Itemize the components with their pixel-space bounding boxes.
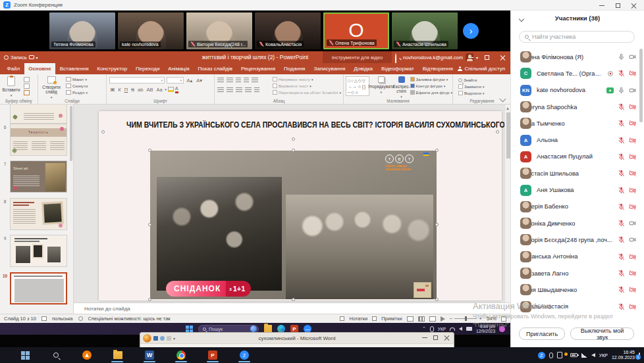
video-tile[interactable]: Анастасія Шпильова [392, 12, 458, 49]
format-painter-icon[interactable] [24, 90, 30, 95]
battery-icon[interactable] [570, 353, 577, 357]
word-window[interactable]: ▾ сухомлинський - Microsoft Word [140, 332, 454, 348]
shapes-gallery[interactable]: □○△◇▽ →↔☆{} ~◇☆ [346, 76, 369, 96]
mic-off-icon[interactable] [618, 303, 625, 310]
word-minimize-button[interactable] [419, 333, 430, 342]
selection-handle[interactable] [148, 298, 151, 301]
zoom-level[interactable]: 54% [487, 316, 496, 322]
share-button[interactable]: Спільний доступ [458, 63, 505, 74]
bullet-list-icon[interactable] [217, 78, 224, 82]
participant-row[interactable]: Валерія Бабенко [511, 199, 644, 215]
mic-off-icon[interactable] [618, 187, 625, 194]
align-center-icon[interactable] [227, 87, 233, 92]
participant-row[interactable]: Женя Швыдавченко [511, 281, 644, 298]
shape-effects-button[interactable]: Ефекти для фігур▾ [410, 90, 452, 95]
slideshow-button[interactable] [441, 316, 445, 322]
word-titlebar[interactable]: ▾ сухомлинський - Microsoft Word [140, 333, 454, 343]
word-close-button[interactable] [441, 333, 452, 342]
language-indicator[interactable]: польська [52, 316, 73, 322]
reset-button[interactable]: Скинути [66, 84, 88, 88]
italic-button[interactable]: К [117, 87, 122, 93]
mic-off-icon[interactable] [618, 220, 625, 227]
mic-off-icon[interactable] [618, 236, 625, 243]
avast-icon[interactable] [82, 350, 92, 360]
char-spacing-button[interactable]: АВ [146, 87, 154, 93]
maximize-button[interactable] [610, 0, 626, 11]
participant-row[interactable]: Тетяна Філімонова (Я) [511, 49, 644, 65]
participant-row[interactable]: Вікторія Бєсєда(248 група ,поч... [511, 231, 644, 248]
word-maximize-button[interactable] [430, 333, 441, 342]
mic-off-icon[interactable] [618, 103, 625, 110]
slide-sorter-button[interactable] [418, 316, 425, 322]
tab-довідка[interactable]: Довідка [350, 63, 377, 74]
mic-off-icon[interactable] [618, 286, 625, 293]
reading-view-button[interactable] [429, 316, 436, 322]
tab-показ-слайдів[interactable]: Показ слайдів [194, 63, 236, 74]
video-tile[interactable]: kate novhorodova [118, 12, 184, 49]
participant-row[interactable]: Думанська Антоніна [511, 249, 644, 265]
camera-off-icon[interactable] [629, 153, 636, 160]
strikethrough-button[interactable]: S [130, 87, 136, 93]
highlight-color-button[interactable] [168, 87, 174, 92]
selection-handle[interactable] [292, 298, 295, 301]
notes-area[interactable]: Нотатки до слайда [74, 302, 510, 314]
participant-row[interactable]: ААльона [511, 132, 644, 148]
wifi-icon[interactable] [450, 327, 455, 331]
font-size-combo[interactable]: ▾ [167, 77, 184, 84]
notes-toggle[interactable]: Нотатки [349, 316, 367, 322]
contextual-tab-відеоформат[interactable]: Відеоформат [377, 63, 419, 74]
font-name-combo[interactable]: ▾ [109, 77, 165, 84]
slide-thumbnail-6[interactable]: Творчість [10, 124, 67, 156]
mic-off-icon[interactable] [618, 70, 625, 77]
notes-toggle-icon[interactable] [340, 316, 344, 321]
zoom-tray-icon[interactable]: Z [538, 352, 545, 359]
mic-tray-icon[interactable] [430, 326, 434, 332]
camera-off-icon[interactable] [629, 187, 636, 194]
titlebox-handle[interactable] [496, 130, 499, 133]
thumbnail-scrollbar[interactable] [70, 106, 72, 161]
usb-tray-icon[interactable] [557, 352, 562, 358]
rotation-handle[interactable] [292, 137, 295, 141]
change-case-button[interactable]: Аа [155, 87, 163, 93]
video-tile[interactable]: Вікторія Бєсєда(248 г... [186, 12, 252, 49]
paste-button[interactable]: Вставити ▾ [0, 74, 22, 97]
slide-video-frame[interactable]: т е т Світло завждиперемагає морок! СНІД… [150, 151, 437, 299]
section-button[interactable]: Розділ▾ [66, 90, 88, 95]
camera-off-icon[interactable] [629, 286, 636, 293]
align-text-button[interactable]: Вирівняти текст▾ [273, 84, 341, 88]
mic-off-icon[interactable] [618, 153, 625, 160]
tab-основне[interactable]: Основне [24, 63, 56, 74]
replace-button[interactable]: Замінити▾ [458, 84, 511, 89]
increase-indent-icon[interactable] [244, 78, 249, 82]
cut-icon[interactable] [24, 77, 30, 82]
line-spacing-icon[interactable] [252, 78, 258, 82]
participant-row[interactable]: KNkate novhorodova▲ [511, 82, 644, 99]
mic-off-icon[interactable] [618, 253, 625, 260]
participant-row[interactable]: Вероніка Димченко [511, 215, 644, 231]
network-icon[interactable] [581, 353, 587, 358]
volume-icon[interactable] [591, 353, 595, 357]
copy-icon[interactable] [24, 84, 30, 89]
tab-вставлення[interactable]: Вставлення [55, 63, 93, 74]
slide-title[interactable]: ЧИМ ВЧИТЕЛЬ З УКРАЇНСЬКОГО СЕЛА ПРОСЛАВИ… [126, 120, 474, 130]
selection-handle[interactable] [435, 149, 439, 152]
columns-icon[interactable] [254, 87, 259, 92]
slide-thumbnail-9[interactable] [10, 235, 67, 267]
camera-icon[interactable] [629, 87, 636, 94]
shared-notification-icon[interactable] [499, 326, 505, 332]
language-indicator[interactable]: УКР [599, 353, 608, 358]
accessibility-status[interactable]: Спеціальні можливості: щось не так [88, 316, 171, 322]
mic-icon[interactable] [618, 87, 625, 94]
camera-tray-icon[interactable] [466, 327, 472, 331]
camera-off-icon[interactable] [629, 270, 636, 277]
selection-handle[interactable] [435, 298, 439, 301]
tab-рецензування[interactable]: Рецензування [236, 63, 279, 74]
ppt-close-button[interactable] [495, 51, 510, 63]
camera-off-icon[interactable] [629, 303, 636, 310]
tab-подання[interactable]: Подання [280, 63, 309, 74]
slide-thumbnail-5-partial[interactable] [10, 105, 67, 124]
tray-expand-icon[interactable]: ⌃ [422, 326, 426, 331]
video-tile[interactable]: OОлена Трифонова [323, 12, 389, 49]
camera-off-icon[interactable] [629, 203, 636, 210]
powerpoint-taskbar-icon[interactable]: P [207, 350, 218, 360]
